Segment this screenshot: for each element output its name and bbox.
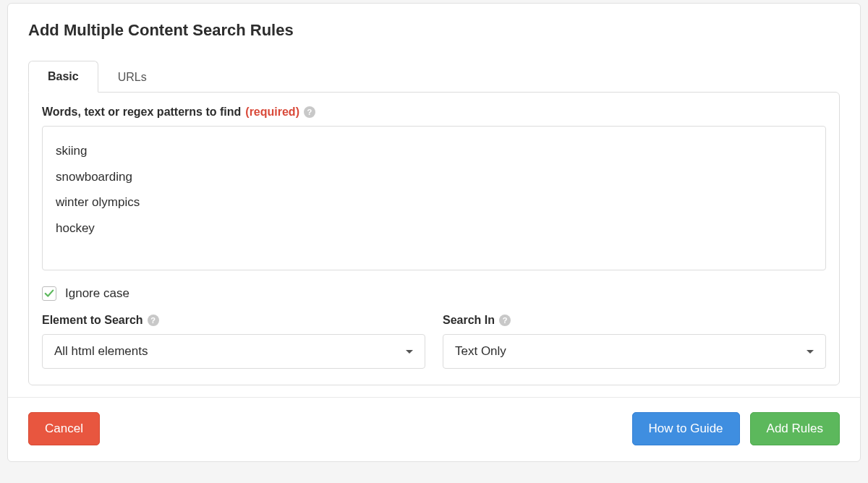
footer-right: How to Guide Add Rules [632, 412, 840, 445]
add-rules-modal: Add Multiple Content Search Rules Basic … [7, 3, 861, 462]
basic-panel: Words, text or regex patterns to find (r… [28, 92, 840, 385]
search-in-select-value: Text Only [455, 344, 506, 359]
element-label-text: Element to Search [42, 314, 143, 327]
tab-urls[interactable]: URLs [98, 61, 166, 93]
how-to-guide-button[interactable]: How to Guide [632, 412, 740, 445]
modal-header: Add Multiple Content Search Rules [8, 4, 860, 47]
element-col: Element to Search ? All html elements [42, 314, 425, 369]
check-icon [44, 288, 54, 299]
caret-down-icon [406, 350, 413, 354]
add-rules-button[interactable]: Add Rules [750, 412, 840, 445]
patterns-required: (required) [245, 106, 299, 119]
help-icon[interactable]: ? [499, 315, 511, 326]
search-in-label: Search In ? [443, 314, 826, 327]
element-select[interactable]: All html elements [42, 334, 425, 369]
ignore-case-label: Ignore case [65, 286, 129, 301]
search-in-select[interactable]: Text Only [443, 334, 826, 369]
ignore-case-checkbox[interactable] [42, 286, 56, 301]
modal-title: Add Multiple Content Search Rules [28, 21, 840, 40]
patterns-textarea[interactable] [42, 126, 826, 270]
tab-row: Basic URLs [8, 47, 860, 92]
element-select-value: All html elements [54, 344, 148, 359]
help-icon[interactable]: ? [304, 106, 315, 118]
select-row: Element to Search ? All html elements Se… [42, 314, 826, 369]
ignore-case-row: Ignore case [42, 286, 826, 301]
search-in-label-text: Search In [443, 314, 495, 327]
patterns-label-text: Words, text or regex patterns to find [42, 106, 241, 119]
element-label: Element to Search ? [42, 314, 425, 327]
caret-down-icon [807, 350, 814, 354]
cancel-button[interactable]: Cancel [28, 412, 100, 445]
search-in-col: Search In ? Text Only [443, 314, 826, 369]
tab-basic[interactable]: Basic [28, 61, 98, 93]
modal-footer: Cancel How to Guide Add Rules [8, 397, 860, 461]
patterns-label: Words, text or regex patterns to find (r… [42, 106, 826, 119]
help-icon[interactable]: ? [148, 315, 159, 326]
